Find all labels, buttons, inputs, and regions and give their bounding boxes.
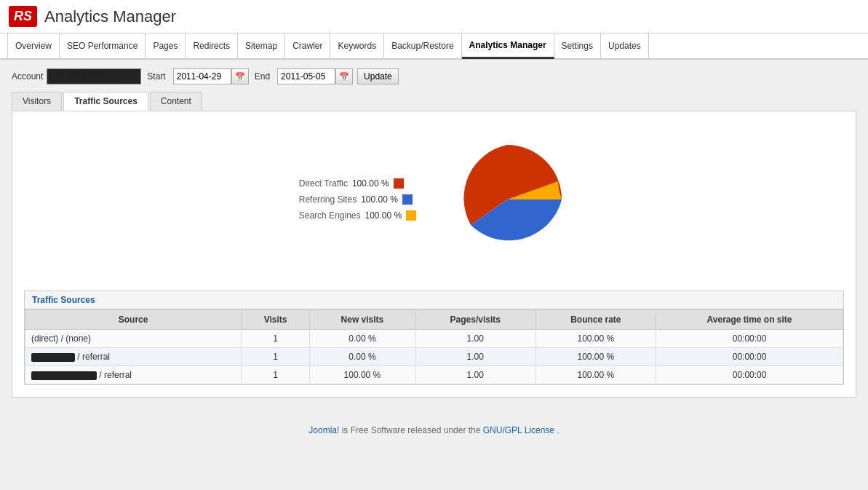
col-bounce-rate: Bounce rate bbox=[535, 310, 656, 330]
cell-pages-1: 1.00 bbox=[415, 348, 535, 366]
navigation: Overview SEO Performance Pages Redirects… bbox=[0, 33, 868, 60]
start-date-input[interactable] bbox=[173, 68, 231, 84]
legend-direct-color bbox=[394, 178, 404, 189]
cell-new-visits-2: 100.00 % bbox=[309, 366, 415, 384]
cell-visits-0: 1 bbox=[242, 330, 310, 348]
end-label: End bbox=[255, 71, 270, 82]
traffic-sources-title: Traffic Sources bbox=[25, 291, 843, 309]
cell-source-1: / referral bbox=[25, 348, 242, 366]
cell-bounce-1: 100.00 % bbox=[535, 348, 656, 366]
chart-legend: Direct Traffic 100.00 % Referring Sites … bbox=[299, 178, 416, 221]
start-calendar-button[interactable]: 📅 bbox=[231, 68, 249, 84]
footer: Joomla! is Free Software released under … bbox=[0, 414, 868, 447]
nav-backup-restore[interactable]: Backup/Restore bbox=[384, 33, 461, 59]
cell-bounce-0: 100.00 % bbox=[535, 330, 656, 348]
legend-search-value: 100.00 % bbox=[365, 210, 402, 221]
traffic-sources-section: Traffic Sources Source Visits New visits… bbox=[24, 291, 844, 385]
content-area: Account ████████████ Start 📅 End 📅 Updat… bbox=[0, 60, 868, 406]
nav-pages[interactable]: Pages bbox=[146, 33, 186, 59]
cell-avg-1: 00:00:00 bbox=[656, 348, 843, 366]
start-label: Start bbox=[147, 71, 165, 82]
cell-bounce-2: 100.00 % bbox=[535, 366, 656, 384]
legend-direct-traffic: Direct Traffic 100.00 % bbox=[299, 178, 416, 189]
nav-updates[interactable]: Updates bbox=[601, 33, 649, 59]
nav-keywords[interactable]: Keywords bbox=[330, 33, 384, 59]
tab-visitors[interactable]: Visitors bbox=[12, 92, 62, 111]
cell-source-0: (direct) / (none) bbox=[25, 330, 242, 348]
account-label: Account bbox=[12, 71, 43, 82]
col-new-visits: New visits bbox=[309, 310, 415, 330]
cell-source-2: / referral bbox=[25, 366, 242, 384]
col-avg-time: Average time on site bbox=[656, 310, 843, 330]
update-button[interactable]: Update bbox=[357, 68, 399, 84]
legend-referring-value: 100.00 % bbox=[361, 194, 398, 205]
nav-crawler[interactable]: Crawler bbox=[285, 33, 330, 59]
nav-analytics-manager[interactable]: Analytics Manager bbox=[462, 33, 554, 59]
cell-new-visits-1: 0.00 % bbox=[309, 348, 415, 366]
cell-source-2-suffix: / referral bbox=[99, 370, 132, 380]
cell-visits-1: 1 bbox=[242, 348, 310, 366]
end-calendar-button[interactable]: 📅 bbox=[335, 68, 353, 84]
footer-period: . bbox=[557, 425, 559, 435]
legend-search-label: Search Engines bbox=[299, 210, 361, 221]
pie-chart bbox=[445, 138, 569, 261]
cell-avg-0: 00:00:00 bbox=[656, 330, 843, 348]
table-header-row: Source Visits New visits Pages/visits Bo… bbox=[25, 310, 843, 330]
app-title: Analytics Manager bbox=[44, 7, 176, 26]
footer-text: is Free Software released under the bbox=[342, 425, 483, 435]
logo: RS bbox=[9, 6, 37, 27]
license-link[interactable]: GNU/GPL License bbox=[483, 425, 554, 435]
cell-source-1-suffix: / referral bbox=[77, 352, 110, 362]
legend-referring-label: Referring Sites bbox=[299, 194, 357, 205]
nav-settings[interactable]: Settings bbox=[554, 33, 601, 59]
header: RS Analytics Manager bbox=[0, 0, 868, 33]
tab-content[interactable]: Content bbox=[150, 92, 202, 111]
cell-visits-2: 1 bbox=[242, 366, 310, 384]
legend-direct-value: 100.00 % bbox=[352, 178, 389, 189]
end-date-input[interactable] bbox=[277, 68, 335, 84]
redacted-domain-1 bbox=[31, 353, 75, 362]
joomla-link[interactable]: Joomla! bbox=[308, 425, 339, 435]
cell-pages-0: 1.00 bbox=[415, 330, 535, 348]
col-source: Source bbox=[25, 310, 242, 330]
main-panel: Direct Traffic 100.00 % Referring Sites … bbox=[12, 111, 856, 398]
nav-seo-performance[interactable]: SEO Performance bbox=[60, 33, 146, 59]
cell-pages-2: 1.00 bbox=[415, 366, 535, 384]
nav-redirects[interactable]: Redirects bbox=[186, 33, 238, 59]
legend-referring-color bbox=[402, 194, 413, 205]
traffic-sources-table: Source Visits New visits Pages/visits Bo… bbox=[25, 309, 843, 384]
col-visits: Visits bbox=[242, 310, 310, 330]
tabs: Visitors Traffic Sources Content bbox=[12, 92, 856, 111]
legend-direct-label: Direct Traffic bbox=[299, 178, 348, 189]
legend-referring-sites: Referring Sites 100.00 % bbox=[299, 194, 416, 205]
redacted-domain-2 bbox=[31, 371, 97, 380]
chart-area: Direct Traffic 100.00 % Referring Sites … bbox=[24, 123, 844, 283]
cell-avg-2: 00:00:00 bbox=[656, 366, 843, 384]
tab-traffic-sources[interactable]: Traffic Sources bbox=[63, 92, 148, 111]
nav-sitemap[interactable]: Sitemap bbox=[238, 33, 285, 59]
table-row: / referral 1 0.00 % 1.00 100.00 % 00:00:… bbox=[25, 348, 843, 366]
filter-bar: Account ████████████ Start 📅 End 📅 Updat… bbox=[12, 68, 856, 84]
account-select[interactable]: ████████████ bbox=[47, 68, 141, 84]
nav-overview[interactable]: Overview bbox=[7, 33, 60, 59]
cell-new-visits-0: 0.00 % bbox=[309, 330, 415, 348]
table-row: / referral 1 100.00 % 1.00 100.00 % 00:0… bbox=[25, 366, 843, 384]
col-pages-visits: Pages/visits bbox=[415, 310, 535, 330]
legend-search-engines: Search Engines 100.00 % bbox=[299, 210, 416, 221]
table-row: (direct) / (none) 1 0.00 % 1.00 100.00 %… bbox=[25, 330, 843, 348]
legend-search-color bbox=[406, 210, 416, 221]
